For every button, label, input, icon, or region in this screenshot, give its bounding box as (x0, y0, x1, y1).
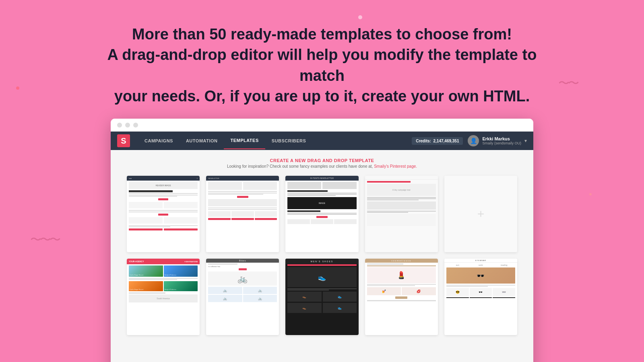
template-card-5[interactable]: + (444, 176, 517, 252)
dropdown-arrow-icon: ▾ (524, 138, 527, 144)
user-details: Erkki Markus Smaily (sendsmaily OU) (482, 136, 521, 145)
template-preview-9: cosmeticsco 💄 💅 💋 (365, 259, 438, 335)
browser-window: S CAMPAIGNS AUTOMATION TEMPLATES SUBSCRI… (111, 119, 533, 362)
template-preview-7: Bikes no collection has 🚲 🚲 🚲 🚲 🚲 (206, 259, 279, 335)
browser-dot-3 (133, 123, 138, 128)
cta-label[interactable]: CREATE A NEW DRAG AND DROP TEMPLATE (127, 158, 517, 163)
nav-bar: S CAMPAIGNS AUTOMATION TEMPLATES SUBSCRI… (111, 132, 533, 150)
template-card-7[interactable]: Bikes no collection has 🚲 🚲 🚲 🚲 🚲 (206, 259, 279, 335)
user-email: Smaily (sendsmaily OU) (482, 141, 521, 145)
content-area: CREATE A NEW DRAG AND DROP TEMPLATE Look… (111, 150, 533, 362)
browser-dot-1 (117, 123, 122, 128)
hero-section: More than 50 ready-made templates to cho… (0, 0, 644, 119)
credits-value: 2,147,469,351 (433, 139, 459, 143)
template-card-1[interactable]: ●●●≡ HEADER IMAGE (127, 176, 200, 252)
template-card-10[interactable]: EYEWEAR sunworkreading 🕶️ 😎 🕶️ 👓 (444, 259, 517, 335)
hero-title: More than 50 ready-made templates to cho… (101, 24, 543, 107)
template-preview-5: + (444, 176, 517, 252)
template-card-9[interactable]: cosmeticsco 💄 💅 💋 (365, 259, 438, 335)
template-card-4[interactable]: A tiny campaign test (365, 176, 438, 252)
credits-badge: Credits: 2,147,469,351 (412, 137, 463, 145)
template-card-6[interactable]: YOUR-AGENCY ✈ DESTINATIONS Corfu Hinge R… (127, 259, 200, 335)
user-info[interactable]: 👤 Erkki Markus Smaily (sendsmaily OU) ▾ (468, 135, 527, 146)
deco-dot-right-mid (589, 193, 592, 195)
deco-squiggle-left: 〜〜〜 (30, 232, 59, 247)
browser-dot-2 (125, 123, 130, 128)
nav-subscribers[interactable]: SUBSCRIBERS (265, 133, 313, 149)
template-preview-10: EYEWEAR sunworkreading 🕶️ 😎 🕶️ 👓 (444, 259, 517, 335)
template-preview-3: IN TENTS NEWSLETTER IMAGE (285, 176, 358, 252)
template-preview-4: A tiny campaign test (365, 176, 438, 252)
nav-automation[interactable]: AUTOMATION (180, 133, 224, 149)
content-header: CREATE A NEW DRAG AND DROP TEMPLATE Look… (127, 158, 517, 169)
template-card-3[interactable]: IN TENTS NEWSLETTER IMAGE (285, 176, 358, 252)
template-card-8[interactable]: MEN'S SHOES 👟 👞 👟 👞 👟 (285, 259, 358, 335)
template-card-2[interactable]: NEWSLETTER (206, 176, 279, 252)
user-name: Erkki Markus (482, 136, 521, 141)
nav-logo: S (117, 134, 130, 147)
nav-campaigns[interactable]: CAMPAIGNS (138, 133, 180, 149)
content-subtitle: Looking for inspiration? Check out some … (127, 164, 517, 169)
template-preview-8: MEN'S SHOES 👟 👞 👟 👞 👟 (285, 259, 358, 335)
browser-title-bar (111, 119, 533, 132)
template-grid-row2: YOUR-AGENCY ✈ DESTINATIONS Corfu Hinge R… (127, 259, 517, 335)
nav-right: Credits: 2,147,469,351 👤 Erkki Markus Sm… (412, 135, 527, 146)
avatar: 👤 (468, 135, 479, 146)
template-preview-1: ●●●≡ HEADER IMAGE (127, 176, 200, 252)
template-preview-2: NEWSLETTER (206, 176, 279, 252)
nav-links: CAMPAIGNS AUTOMATION TEMPLATES SUBSCRIBE… (138, 132, 412, 149)
pinterest-link[interactable]: Smaily's Pinterest page. (374, 164, 417, 169)
nav-templates[interactable]: TEMPLATES (224, 132, 265, 149)
template-preview-6: YOUR-AGENCY ✈ DESTINATIONS Corfu Hinge R… (127, 259, 200, 335)
template-grid-row1: ●●●≡ HEADER IMAGE (127, 176, 517, 252)
credits-label: Credits: (416, 139, 431, 143)
